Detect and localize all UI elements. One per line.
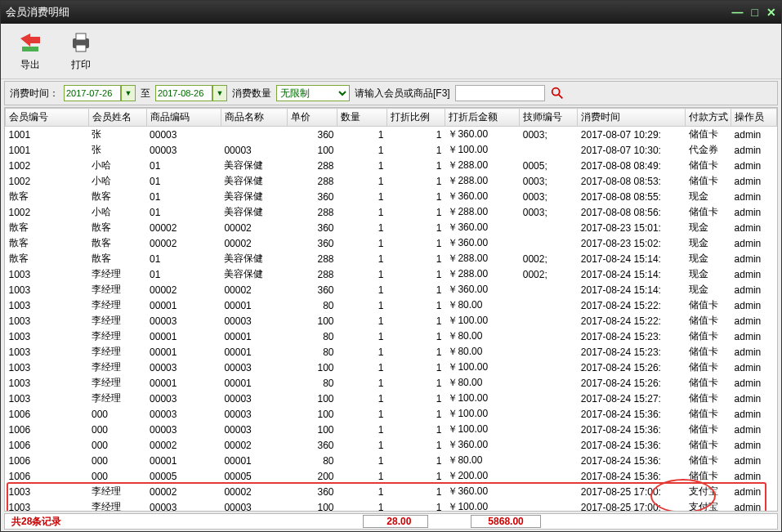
cell: 0002; (520, 251, 578, 266)
cell: 李经理 (88, 313, 146, 329)
search-input[interactable] (455, 85, 545, 101)
print-button[interactable]: 打印 (68, 30, 94, 72)
cell: 00003 (146, 499, 221, 511)
cell: 1002 (6, 204, 89, 220)
table-row[interactable]: 1003李经理00001000018011￥80.002017-08-24 15… (6, 375, 777, 391)
cell: 2017-08-24 15:23: (578, 344, 686, 360)
col-header[interactable]: 操作员 (731, 109, 777, 127)
cell: 01 (146, 158, 221, 173)
titlebar: 会员消费明细 — □ ✕ (1, 1, 781, 24)
cell: 1 (337, 220, 387, 235)
export-button[interactable]: 导出 (17, 30, 43, 72)
cell: 储值卡 (686, 158, 731, 173)
cell: 1 (387, 313, 445, 329)
table-row[interactable]: 1002小哈01美容保健28811￥288.000003;2017-08-08 … (6, 204, 777, 220)
table-row[interactable]: 1006000000030000310011￥100.002017-08-24 … (6, 406, 777, 422)
table-row[interactable]: 1003李经理00001000018011￥80.002017-08-24 15… (6, 344, 777, 360)
cell: 储值卡 (686, 375, 731, 391)
cell: 2017-08-08 08:56: (578, 204, 686, 220)
cell: admin (731, 158, 777, 173)
date-from-dropdown[interactable]: ▼ (121, 85, 136, 101)
cell: ￥288.00 (445, 266, 519, 282)
cell: 1 (387, 173, 445, 189)
cell: 00003 (221, 422, 287, 437)
table-row[interactable]: 1006000000050000520011￥200.002017-08-24 … (6, 468, 777, 484)
col-header[interactable]: 打折后金额 (445, 109, 519, 127)
table-row[interactable]: 1003李经理000030000310011￥100.002017-08-24 … (6, 360, 777, 375)
cell: ￥360.00 (445, 235, 519, 251)
cell: 现金 (686, 220, 731, 235)
date-to-input[interactable] (155, 85, 212, 101)
cell: admin (731, 406, 777, 422)
table-row[interactable]: 100600000001000018011￥80.002017-08-24 15… (6, 453, 777, 468)
table-row[interactable]: 1003李经理01美容保健28811￥288.000002;2017-08-24… (6, 266, 777, 282)
cell: 80 (288, 453, 337, 468)
table-row[interactable]: 散客散客000020000236011￥360.002017-08-23 15:… (6, 220, 777, 235)
table-row[interactable]: 1003李经理000030000310011￥100.002017-08-25 … (6, 499, 777, 511)
sum-qty: 28.00 (363, 515, 428, 528)
cell: 360 (288, 220, 337, 235)
table-row[interactable]: 1003李经理00001000018011￥80.002017-08-24 15… (6, 297, 777, 313)
search-label: 请输入会员或商品[F3] (355, 87, 450, 101)
minimize-button[interactable]: — (732, 6, 744, 19)
cell: 1 (337, 344, 387, 360)
cell: 现金 (686, 251, 731, 266)
svg-rect-2 (76, 34, 86, 40)
col-header[interactable]: 商品名称 (221, 109, 287, 127)
col-header[interactable]: 数量 (337, 109, 387, 127)
table-row[interactable]: 1001张0000336011￥360.000003;2017-08-07 10… (6, 127, 777, 143)
cell: 2017-08-07 10:29: (578, 127, 686, 143)
cell: 1 (337, 173, 387, 189)
cell: 00003 (146, 127, 221, 143)
table-row[interactable]: 1001张000030000310011￥100.002017-08-07 10… (6, 142, 777, 158)
cell: 100 (288, 406, 337, 422)
cell: 1 (337, 468, 387, 484)
col-header[interactable]: 会员姓名 (88, 109, 146, 127)
table-row[interactable]: 1006000000020000236011￥360.002017-08-24 … (6, 437, 777, 453)
cell: ￥360.00 (445, 282, 519, 297)
date-to-dropdown[interactable]: ▼ (212, 85, 227, 101)
table-row[interactable]: 散客散客01美容保健36011￥360.000003;2017-08-08 08… (6, 189, 777, 204)
printer-icon (68, 30, 94, 56)
col-header[interactable]: 消费时间 (578, 109, 686, 127)
table-row[interactable]: 散客散客01美容保健28811￥288.000002;2017-08-24 15… (6, 251, 777, 266)
date-from-input[interactable] (64, 85, 121, 101)
search-icon[interactable] (550, 86, 565, 101)
table-row[interactable]: 1003李经理000020000236011￥360.002017-08-24 … (6, 282, 777, 297)
cell: admin (731, 282, 777, 297)
col-header[interactable]: 商品编码 (146, 109, 221, 127)
cell: 00002 (221, 437, 287, 453)
close-button[interactable]: ✕ (766, 6, 776, 19)
cell: 360 (288, 235, 337, 251)
cell: admin (731, 235, 777, 251)
cell: ￥80.00 (445, 375, 519, 391)
table-row[interactable]: 1002小哈01美容保健28811￥288.000005;2017-08-08 … (6, 158, 777, 173)
cell: 李经理 (88, 391, 146, 406)
window-root: 会员消费明细 — □ ✕ 导出 打印 消费时间： ▼ 至 ▼ 消费数量 无限制 (0, 0, 782, 532)
col-header[interactable]: 付款方式 (686, 109, 731, 127)
col-header[interactable]: 技师编号 (520, 109, 578, 127)
table-row[interactable]: 1006000000030000310011￥100.002017-08-24 … (6, 422, 777, 437)
table-body: 1001张0000336011￥360.000003;2017-08-07 10… (6, 127, 777, 512)
table-row[interactable]: 1003李经理000030000310011￥100.002017-08-24 … (6, 313, 777, 329)
maximize-button[interactable]: □ (752, 6, 758, 19)
col-header[interactable]: 单价 (288, 109, 337, 127)
cell: 100 (288, 360, 337, 375)
export-label: 导出 (20, 58, 40, 72)
table-row[interactable]: 1003李经理000020000236011￥360.002017-08-25 … (6, 484, 777, 499)
col-header[interactable]: 打折比例 (387, 109, 445, 127)
data-table: 会员编号会员姓名商品编码商品名称单价数量打折比例打折后金额技师编号消费时间付款方… (5, 108, 777, 511)
table-row[interactable]: 1003李经理00001000018011￥80.002017-08-24 15… (6, 329, 777, 344)
table-row[interactable]: 1002小哈01美容保健28811￥288.000003;2017-08-08 … (6, 173, 777, 189)
sum-amount: 5868.00 (471, 515, 540, 528)
cell: 00001 (146, 297, 221, 313)
cell: 100 (288, 391, 337, 406)
cell: 01 (146, 251, 221, 266)
cell: 储值卡 (686, 173, 731, 189)
qty-select[interactable]: 无限制 (276, 85, 350, 101)
table-scroll[interactable]: 会员编号会员姓名商品编码商品名称单价数量打折比例打折后金额技师编号消费时间付款方… (5, 108, 777, 511)
col-header[interactable]: 会员编号 (6, 109, 89, 127)
table-row[interactable]: 散客散客000020000236011￥360.002017-08-23 15:… (6, 235, 777, 251)
cell: 李经理 (88, 375, 146, 391)
table-row[interactable]: 1003李经理000030000310011￥100.002017-08-24 … (6, 391, 777, 406)
